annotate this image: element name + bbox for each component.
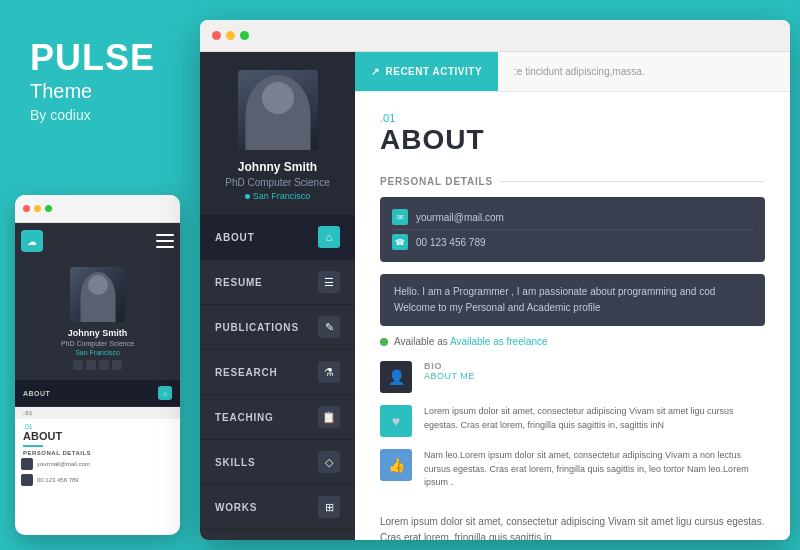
bio-person-icon: 👤 xyxy=(380,361,412,393)
mobile-phone-row: 00 123 456 789 xyxy=(15,472,180,488)
mobile-social-gp xyxy=(99,360,109,370)
sidebar-item-resume[interactable]: RESUME ☰ xyxy=(200,260,355,305)
bio-section-3: 👍 Nam leo.Lorem ipsum dolor sit amet, co… xyxy=(380,449,765,490)
sidebar-profile: Johnny Smith PhD Computer Science San Fr… xyxy=(200,52,355,215)
mobile-email-text: yourmail@mail.com xyxy=(37,461,90,467)
top-bar-preview-text: :e tincidunt adipiscing,massa. xyxy=(498,66,661,77)
bio-label: BIO xyxy=(424,361,765,371)
recent-activity-tab[interactable]: ↗ RECENT ACTIVITY xyxy=(355,52,498,91)
sidebar-location-text: San Francisco xyxy=(253,191,311,201)
bio-content-3: Nam leo.Lorem ipsum dolor sit amet, cons… xyxy=(424,449,765,490)
bio-text-2: Nam leo.Lorem ipsum dolor sit amet, cons… xyxy=(424,449,765,490)
nav-about-icon: ⌂ xyxy=(318,226,340,248)
nav-teaching-label: TEACHING xyxy=(215,412,274,423)
mobile-nav-about-label: ABOUT xyxy=(23,390,50,397)
brand-title: PULSE xyxy=(30,40,155,76)
available-dot xyxy=(380,338,388,346)
brand-subtitle: Theme xyxy=(30,80,155,103)
desktop-dot-yellow xyxy=(226,31,235,40)
location-icon xyxy=(245,194,250,199)
main-content: ↗ RECENT ACTIVITY :e tincidunt adipiscin… xyxy=(355,52,790,540)
mobile-top-bar xyxy=(15,195,180,223)
mobile-avatar xyxy=(70,267,125,322)
mobile-preview: ☁ Johnny Smith PhD Computer Science San … xyxy=(15,195,180,535)
sidebar-degree: PhD Computer Science xyxy=(225,177,330,188)
sidebar-item-publications[interactable]: PUBLICATIONS ✎ xyxy=(200,305,355,350)
mobile-phone-icon xyxy=(21,474,33,486)
nav-research-label: RESEARCH xyxy=(215,367,278,378)
sidebar-location: San Francisco xyxy=(245,191,311,201)
available-text: Available as Available as freelance xyxy=(394,336,548,347)
mobile-nav-about[interactable]: ABOUT ⌂ xyxy=(15,380,180,407)
hello-text-line1: Hello. I am a Programmer , I am passiona… xyxy=(394,284,751,300)
desktop-preview: Johnny Smith PhD Computer Science San Fr… xyxy=(200,20,790,540)
bio-content-2: Lorem ipsum dolor sit amet, consectetur … xyxy=(424,405,765,437)
phone-row: ☎ 00 123 456 789 xyxy=(392,229,753,254)
sidebar-item-skills[interactable]: SKILLS ◇ xyxy=(200,440,355,485)
mobile-social-li xyxy=(112,360,122,370)
desktop-dot-green xyxy=(240,31,249,40)
sidebar-avatar-image xyxy=(238,70,318,150)
mobile-cloud-icon: ☁ xyxy=(21,230,43,252)
bio-teal-icon: ♥ xyxy=(380,405,412,437)
available-badge: Available as Available as freelance xyxy=(380,336,765,347)
sidebar-item-blog[interactable]: BLOG 📢 xyxy=(200,530,355,540)
mobile-social-icons xyxy=(73,360,122,370)
recent-activity-label: RECENT ACTIVITY xyxy=(386,66,483,77)
nav-works-label: WORKS xyxy=(215,502,257,513)
brand-by: By codiux xyxy=(30,107,155,123)
section-title: ABOUT xyxy=(380,126,765,154)
content-body: .01 ABOUT PERSONAL DETAILS ✉ yourmail@ma… xyxy=(355,92,790,540)
mobile-social-fb xyxy=(73,360,83,370)
nav-research-icon: ⚗ xyxy=(318,361,340,383)
contact-card: ✉ yourmail@mail.com ☎ 00 123 456 789 xyxy=(380,197,765,262)
bio-section-2: ♥ Lorem ipsum dolor sit amet, consectetu… xyxy=(380,405,765,437)
bio-content: BIO ABOUT ME xyxy=(424,361,765,393)
mobile-degree: PhD Computer Science xyxy=(61,340,134,347)
mobile-profile-section: Johnny Smith PhD Computer Science San Fr… xyxy=(15,259,180,380)
nav-skills-label: SKILLS xyxy=(215,457,255,468)
desktop-top-bar xyxy=(200,20,790,52)
sidebar-item-teaching[interactable]: TEACHING 📋 xyxy=(200,395,355,440)
nav-publications-label: PUBLICATIONS xyxy=(215,322,299,333)
mobile-social-tw xyxy=(86,360,96,370)
phone-text: 00 123 456 789 xyxy=(416,237,486,248)
bio-text-1: Lorem ipsum dolor sit amet, consectetur … xyxy=(424,405,765,432)
mobile-location: San Francisco xyxy=(75,349,120,356)
sidebar: Johnny Smith PhD Computer Science San Fr… xyxy=(200,52,355,540)
sidebar-name: Johnny Smith xyxy=(238,160,317,174)
description-text: Lorem ipsum dolor sit amet, consectetur … xyxy=(380,502,765,541)
hello-box: Hello. I am a Programmer , I am passiona… xyxy=(380,274,765,326)
email-text: yourmail@mail.com xyxy=(416,212,504,223)
sidebar-item-works[interactable]: WORKS ⊞ xyxy=(200,485,355,530)
mobile-phone-text: 00 123 456 789 xyxy=(37,477,79,483)
sidebar-avatar xyxy=(238,70,318,150)
nav-skills-icon: ◇ xyxy=(318,451,340,473)
desktop-dot-red xyxy=(212,31,221,40)
available-highlight: Available as freelance xyxy=(450,336,548,347)
mobile-dot-red xyxy=(23,205,30,212)
mobile-dot-yellow xyxy=(34,205,41,212)
section-num: .01 xyxy=(380,112,765,124)
content-top-bar: ↗ RECENT ACTIVITY :e tincidunt adipiscin… xyxy=(355,52,790,92)
mobile-email-row: yourmail@mail.com xyxy=(15,456,180,472)
bio-blue-icon: 👍 xyxy=(380,449,412,481)
mobile-header: ☁ xyxy=(15,223,180,259)
email-row: ✉ yourmail@mail.com xyxy=(392,205,753,229)
desktop-body: Johnny Smith PhD Computer Science San Fr… xyxy=(200,52,790,540)
nav-resume-label: RESUME xyxy=(215,277,263,288)
mobile-about-num-display: .01 xyxy=(15,419,180,430)
mobile-avatar-face xyxy=(70,267,125,322)
nav-teaching-icon: 📋 xyxy=(318,406,340,428)
phone-icon: ☎ xyxy=(392,234,408,250)
nav-publications-icon: ✎ xyxy=(318,316,340,338)
mobile-hamburger-icon[interactable] xyxy=(156,234,174,248)
sidebar-item-about[interactable]: ABOUT ⌂ xyxy=(200,215,355,260)
bio-section: 👤 BIO ABOUT ME xyxy=(380,361,765,393)
hello-text-line2: Welcome to my Personal and Academic prof… xyxy=(394,300,751,316)
branding-block: PULSE Theme By codiux xyxy=(30,40,155,123)
sidebar-item-research[interactable]: RESEARCH ⚗ xyxy=(200,350,355,395)
personal-details-label: PERSONAL DETAILS xyxy=(380,176,765,187)
nav-resume-icon: ☰ xyxy=(318,271,340,293)
activity-icon: ↗ xyxy=(371,66,380,77)
